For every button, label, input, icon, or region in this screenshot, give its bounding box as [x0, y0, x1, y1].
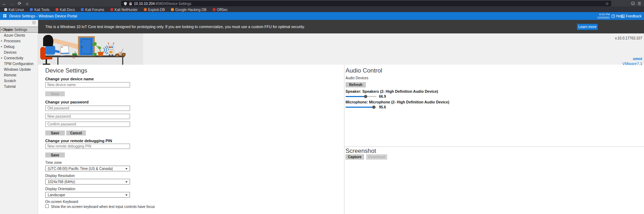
warning-banner-text: This is a Windows 10 IoT Core test image…: [45, 20, 305, 33]
bookmark-kali-nethunter[interactable]: Kali NetHunter: [110, 8, 138, 12]
expand-arrow-icon: ▸: [1, 39, 2, 42]
password-save-button[interactable]: Save: [45, 130, 65, 135]
portal-header: Device Settings - Windows Device Portal …: [0, 12, 644, 20]
bookmark-favicon: [171, 8, 174, 11]
sidebar-nav: Device Settings▸AppsAzure Clients▸Proces…: [0, 27, 38, 89]
microphone-volume-value: 95.6: [379, 105, 386, 109]
section-divider: [344, 146, 644, 147]
old-password-input[interactable]: [45, 106, 130, 111]
sidebar-item-tpm-configuration[interactable]: TPM Configuration: [0, 61, 38, 66]
back-icon[interactable]: ←: [1, 0, 7, 7]
pocket-icon[interactable]: ∨: [631, 2, 635, 5]
bookmark-kali-linux[interactable]: Kali Linux: [4, 8, 24, 12]
slider-thumb[interactable]: [364, 95, 367, 98]
device-name-save-button[interactable]: Save: [45, 91, 65, 96]
sidebar-item-tutorial[interactable]: Tutorial: [0, 84, 38, 89]
chevron-down-icon: [125, 168, 128, 170]
bookmark-exploit-db[interactable]: Exploit-DB: [144, 8, 165, 12]
url-path: :8080/#Device Settings: [155, 2, 191, 6]
reload-icon[interactable]: ⟳: [17, 0, 22, 7]
bookmark-kali-forums[interactable]: Kali Forums: [81, 8, 104, 12]
capture-button[interactable]: Capture: [346, 154, 364, 160]
header-clock: 6:03 PM 1/23/2022: [597, 13, 610, 19]
speaker-volume-value: 66.9: [379, 95, 386, 98]
forward-icon[interactable]: →: [9, 0, 15, 7]
bookmark-favicon: [110, 8, 113, 11]
panel-divider: [344, 65, 344, 214]
feedback-icon: ☺: [622, 15, 625, 18]
header-time: 6:03 PM: [597, 13, 610, 16]
browser-toolbar: ← → ⟳ ⌂ 10.10.10.204:8080/#Device Settin…: [0, 0, 644, 7]
password-label: Change your password: [45, 100, 89, 104]
chevron-down-icon: [125, 194, 128, 196]
bookmark-google-hacking-db[interactable]: Google Hacking DB: [171, 8, 207, 12]
onscreen-keyboard-checkbox-label: Show the on-screen keyboard when text in…: [51, 205, 155, 209]
sidebar-item-windows-update[interactable]: Windows Update: [0, 66, 38, 72]
device-name-link[interactable]: omni: [633, 57, 642, 61]
refresh-button[interactable]: Refresh: [346, 82, 366, 87]
password-cancel-button[interactable]: Cancel: [66, 130, 86, 135]
bookmark-favicon: [144, 8, 147, 11]
bookmark-kali-tools[interactable]: Kali Tools: [30, 8, 50, 12]
shield-icon[interactable]: [124, 2, 127, 6]
bookmark-favicon: [81, 8, 84, 11]
device-name-label: Change your device name: [45, 77, 94, 81]
onscreen-keyboard-checkbox[interactable]: [45, 204, 49, 208]
sidebar-item-devices[interactable]: Devices: [0, 49, 38, 55]
screenshot-title: Screenshot: [346, 148, 376, 155]
help-icon: ?: [612, 15, 615, 18]
speaker-label: Speaker: Speakers (2- High Definition Au…: [346, 89, 438, 93]
new-password-input[interactable]: [45, 114, 130, 119]
bookmark-kali-docs[interactable]: Kali Docs: [56, 8, 75, 12]
device-name-input[interactable]: [45, 82, 130, 87]
sidebar-item-scratch[interactable]: Scratch: [0, 78, 38, 84]
pin-input[interactable]: [45, 144, 130, 149]
microphone-volume-slider[interactable]: [346, 106, 376, 109]
windows-menu-icon[interactable]: [3, 14, 6, 17]
microphone-label: Microphone: Microphone (2- High Definiti…: [346, 100, 449, 104]
orientation-label: Display Orientation: [45, 187, 75, 191]
url-bar[interactable]: 10.10.10.204:8080/#Device Settings ☆: [121, 1, 611, 6]
lock-icon[interactable]: [129, 2, 132, 6]
audio-control-title: Audio Control: [346, 67, 382, 74]
sidebar-item-azure-clients[interactable]: Azure Clients: [0, 32, 38, 38]
bookmark-favicon: [56, 8, 58, 11]
sidebar: Device Settings▸AppsAzure Clients▸Proces…: [0, 20, 38, 214]
learn-more-button[interactable]: Learn more: [577, 24, 598, 30]
bookmark-star-icon[interactable]: ☆: [605, 1, 609, 6]
orientation-select[interactable]: Landscape: [45, 192, 130, 198]
pin-menu-icon[interactable]: [32, 21, 36, 24]
sidebar-item-debug[interactable]: ▸Debug: [0, 44, 38, 49]
device-model-link[interactable]: VMware7,1: [622, 61, 642, 66]
hamburger-menu-icon[interactable]: ☰: [637, 0, 642, 7]
hero-strip: v.10.0.17763.107 omni VMware7,1: [38, 33, 644, 65]
audio-devices-label: Audio Devices: [346, 76, 368, 80]
time-zone-label: Time zone: [45, 161, 62, 165]
feedback-link[interactable]: ☺ Feedback: [622, 12, 642, 20]
onscreen-keyboard-label: On-screen Keyboard: [45, 200, 78, 204]
url-text[interactable]: 10.10.10.204:8080/#Device Settings: [134, 2, 605, 6]
time-zone-select[interactable]: (UTC-08:00) Pacific Time (US & Canada): [45, 166, 130, 171]
pin-save-button[interactable]: Save: [45, 153, 65, 157]
download-button[interactable]: Download: [366, 154, 387, 160]
sidebar-item-processes[interactable]: ▸Processes: [0, 38, 38, 44]
bookmark-favicon: [4, 8, 7, 11]
expand-arrow-icon: ▸: [1, 28, 2, 31]
header-date: 1/23/2022: [597, 16, 610, 19]
expand-arrow-icon: ▸: [1, 45, 2, 48]
resolution-select[interactable]: 1024x768 (64Hz): [45, 179, 130, 184]
portal-title: Device Settings - Windows Device Portal: [9, 12, 77, 20]
warning-banner: This is a Windows 10 IoT Core test image…: [38, 20, 644, 33]
sidebar-item-apps[interactable]: ▸Apps: [0, 27, 38, 32]
url-host: 10.10.10.204: [134, 2, 155, 6]
expand-arrow-icon: ▸: [1, 57, 2, 59]
sidebar-item-remote[interactable]: Remote: [0, 72, 38, 78]
bookmark-offsec[interactable]: OffSec: [213, 8, 228, 12]
page-title: Device Settings: [45, 67, 87, 74]
sidebar-item-connectivity[interactable]: ▸Connectivity: [0, 55, 38, 61]
bookmarks-bar: Kali LinuxKali ToolsKali DocsKali Forums…: [0, 7, 644, 12]
home-icon[interactable]: ⌂: [24, 0, 30, 7]
speaker-volume-slider[interactable]: [346, 95, 376, 98]
slider-thumb[interactable]: [372, 106, 375, 109]
confirm-password-input[interactable]: [45, 122, 130, 127]
